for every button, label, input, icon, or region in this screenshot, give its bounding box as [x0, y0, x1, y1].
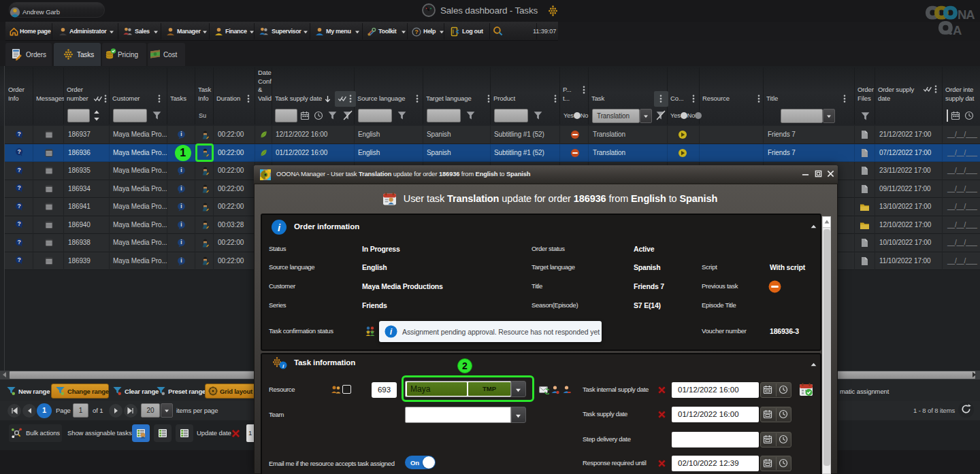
svg-text:i: i — [180, 257, 182, 264]
svg-text:?: ? — [17, 221, 20, 228]
svg-text:?: ? — [17, 167, 20, 173]
svg-text:i: i — [390, 327, 393, 337]
svg-text:i: i — [180, 131, 182, 138]
svg-text:?: ? — [17, 185, 20, 192]
svg-text:?: ? — [17, 131, 20, 137]
svg-text:NA: NA — [958, 7, 975, 22]
svg-text:?: ? — [17, 203, 20, 209]
svg-text:i: i — [180, 203, 182, 210]
svg-text:?: ? — [17, 257, 20, 264]
svg-text:?: ? — [17, 149, 20, 156]
svg-text:i: i — [180, 239, 182, 246]
svg-text:?: ? — [414, 29, 418, 35]
svg-text:i: i — [180, 221, 182, 228]
svg-text:A: A — [953, 23, 962, 35]
svg-text:i: i — [180, 185, 182, 192]
svg-text:?: ? — [17, 239, 20, 246]
svg-text:i: i — [180, 167, 182, 174]
